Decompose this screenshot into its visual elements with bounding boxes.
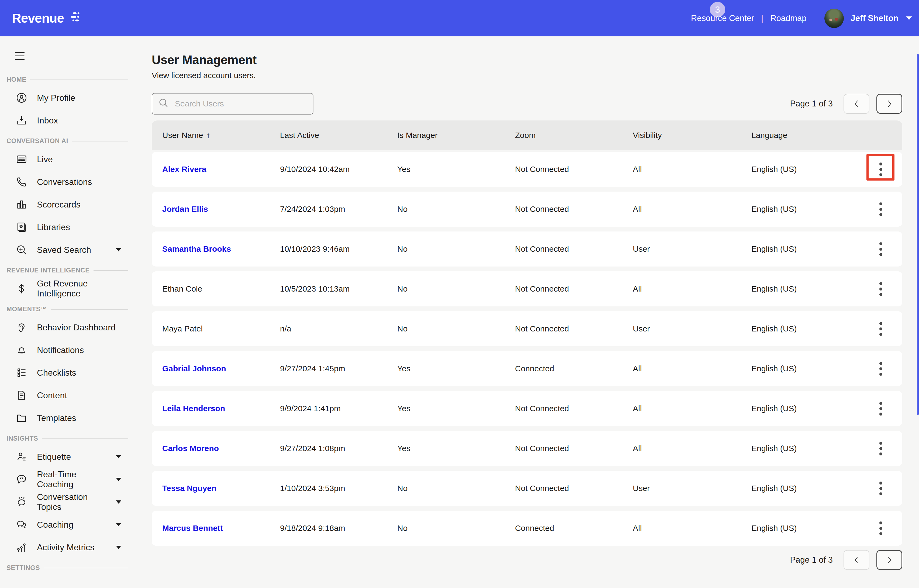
chevron-down-icon[interactable] bbox=[116, 455, 121, 459]
row-actions-kebab-icon[interactable] bbox=[875, 159, 886, 180]
language-cell: English (US) bbox=[751, 244, 859, 254]
user-avatar[interactable] bbox=[824, 9, 844, 28]
sort-ascending-icon[interactable]: ↑ bbox=[207, 131, 210, 140]
user-name-link[interactable]: Marcus Bennett bbox=[162, 523, 223, 533]
sidebar-item-saved-search[interactable]: Saved Search bbox=[0, 239, 129, 261]
sidebar-item-get-revenue-intelligence[interactable]: Get Revenue Intelligence bbox=[0, 277, 129, 300]
column-header-last-active[interactable]: Last Active bbox=[280, 131, 397, 140]
sidebar-item-libraries[interactable]: Libraries bbox=[0, 216, 129, 239]
row-actions-kebab-icon[interactable] bbox=[875, 478, 886, 499]
row-actions-kebab-icon[interactable] bbox=[875, 318, 886, 339]
user-name-link[interactable]: Jordan Ellis bbox=[162, 205, 208, 213]
user-name-link[interactable]: Tessa Nguyen bbox=[162, 484, 216, 493]
chevron-down-icon[interactable] bbox=[116, 546, 121, 549]
sidebar-item-real-time-coaching[interactable]: Real-Time Coaching bbox=[0, 468, 129, 491]
user-name-text: Maya Patel bbox=[162, 324, 203, 333]
next-page-button[interactable] bbox=[876, 94, 902, 114]
sidebar-item-label: My Profile bbox=[37, 93, 75, 103]
sidebar-section-insights: INSIGHTS bbox=[6, 435, 129, 442]
column-header-visibility[interactable]: Visibility bbox=[633, 131, 751, 140]
sidebar-item-content[interactable]: Content bbox=[0, 384, 129, 407]
sidebar-item-activity-metrics[interactable]: Activity Metrics bbox=[0, 536, 129, 559]
user-name-link[interactable]: Leila Henderson bbox=[162, 404, 225, 413]
last-active-cell: 10/10/2023 9:46am bbox=[280, 244, 397, 254]
last-active-cell: n/a bbox=[280, 324, 397, 333]
user-name-link[interactable]: Carlos Moreno bbox=[162, 444, 219, 453]
roadmap-link[interactable]: Roadmap bbox=[770, 13, 806, 23]
user-menu-caret-icon[interactable] bbox=[906, 16, 912, 20]
table-row: Marcus Bennett 9/18/2024 9:18am No Conne… bbox=[152, 510, 902, 546]
prev-page-button[interactable] bbox=[843, 94, 869, 114]
live-icon bbox=[15, 153, 28, 165]
sidebar-item-conversations[interactable]: Conversations bbox=[0, 171, 129, 193]
search-input[interactable] bbox=[174, 99, 307, 108]
last-active-cell: 7/24/2024 1:03pm bbox=[280, 205, 397, 214]
resource-center-link[interactable]: Resource Center bbox=[691, 13, 754, 23]
language-cell: English (US) bbox=[751, 444, 859, 453]
sidebar-item-notifications[interactable]: Notifications bbox=[0, 339, 129, 361]
column-header-is-manager[interactable]: Is Manager bbox=[397, 131, 515, 140]
sidebar-item-label: Libraries bbox=[37, 222, 70, 232]
chevron-down-icon[interactable] bbox=[116, 501, 121, 504]
row-actions-kebab-icon[interactable] bbox=[875, 278, 886, 300]
prev-page-button[interactable] bbox=[843, 550, 869, 570]
column-header-zoom[interactable]: Zoom bbox=[515, 131, 633, 140]
column-header-language[interactable]: Language bbox=[751, 131, 859, 140]
row-actions-kebab-icon[interactable] bbox=[875, 239, 886, 260]
is-manager-cell: No bbox=[397, 324, 515, 333]
is-manager-cell: No bbox=[397, 244, 515, 254]
table-row: Ethan Cole 10/5/2023 10:13am No Not Conn… bbox=[152, 271, 902, 306]
menu-toggle-icon[interactable] bbox=[15, 50, 24, 62]
sidebar-item-label: Scorecards bbox=[37, 200, 81, 210]
sidebar-item-live[interactable]: Live bbox=[0, 148, 129, 171]
search-box[interactable] bbox=[152, 93, 313, 115]
language-cell: English (US) bbox=[751, 284, 859, 294]
user-menu-name[interactable]: Jeff Shelton bbox=[851, 13, 898, 23]
row-actions-kebab-icon[interactable] bbox=[875, 358, 886, 380]
user-name-link[interactable]: Samantha Brooks bbox=[162, 244, 231, 253]
next-page-button[interactable] bbox=[876, 550, 902, 570]
chevron-down-icon[interactable] bbox=[116, 478, 121, 481]
sidebar-item-label: Conversation Topics bbox=[37, 492, 107, 512]
row-actions-kebab-icon[interactable] bbox=[875, 518, 886, 539]
sidebar-item-checklists[interactable]: Checklists bbox=[0, 361, 129, 384]
speech-quote-icon bbox=[15, 473, 28, 486]
sidebar-item-templates[interactable]: Templates bbox=[0, 407, 129, 429]
row-actions-kebab-icon[interactable] bbox=[875, 438, 886, 459]
sidebar-item-etiquette[interactable]: Etiquette bbox=[0, 446, 129, 468]
pagination-bottom: Page 1 of 3 bbox=[152, 550, 902, 570]
last-active-cell: 10/5/2023 10:13am bbox=[280, 284, 397, 294]
chevron-down-icon[interactable] bbox=[116, 248, 121, 251]
is-manager-cell: No bbox=[397, 284, 515, 294]
top-nav: Resource Center | Roadmap Jeff Shelton bbox=[691, 0, 912, 36]
conversations-icon bbox=[15, 176, 28, 188]
sidebar-item-conversation-topics[interactable]: Conversation Topics bbox=[0, 491, 129, 514]
sidebar-item-behavior-dashboard[interactable]: Behavior Dashboard bbox=[0, 316, 129, 339]
pagination-top: Page 1 of 3 bbox=[790, 94, 902, 114]
sidebar-item-inbox[interactable]: Inbox bbox=[0, 109, 129, 132]
user-name-link[interactable]: Gabrial Johnson bbox=[162, 364, 226, 373]
language-cell: English (US) bbox=[751, 205, 859, 214]
table-row: Samantha Brooks 10/10/2023 9:46am No Not… bbox=[152, 231, 902, 267]
zoom-status-cell: Not Connected bbox=[515, 404, 633, 413]
sidebar-item-my-profile[interactable]: My Profile bbox=[0, 87, 129, 109]
sidebar-section-settings: SETTINGS bbox=[6, 564, 129, 572]
row-actions-kebab-icon[interactable] bbox=[875, 398, 886, 419]
zoom-status-cell: Not Connected bbox=[515, 284, 633, 294]
language-cell: English (US) bbox=[751, 484, 859, 493]
chevron-down-icon[interactable] bbox=[116, 523, 121, 526]
column-header-user-name[interactable]: User Name↑ bbox=[152, 131, 280, 140]
sidebar-item-coaching[interactable]: Coaching bbox=[0, 514, 129, 536]
sidebar-item-label: Inbox bbox=[37, 116, 58, 126]
sidebar-item-scorecards[interactable]: Scorecards bbox=[0, 193, 129, 216]
visibility-cell: All bbox=[633, 284, 751, 294]
last-active-cell: 9/9/2024 1:41pm bbox=[280, 404, 397, 413]
sidebar-item-label: Coaching bbox=[37, 520, 73, 530]
user-name-link[interactable]: Alex Rivera bbox=[162, 165, 206, 174]
scrollbar[interactable] bbox=[917, 54, 919, 415]
ear-icon bbox=[15, 321, 28, 334]
revenue-logo[interactable]: Revenue bbox=[12, 0, 84, 36]
is-manager-cell: No bbox=[397, 523, 515, 533]
row-actions-kebab-icon[interactable] bbox=[875, 199, 886, 220]
revenue-logo-icon bbox=[69, 12, 84, 24]
